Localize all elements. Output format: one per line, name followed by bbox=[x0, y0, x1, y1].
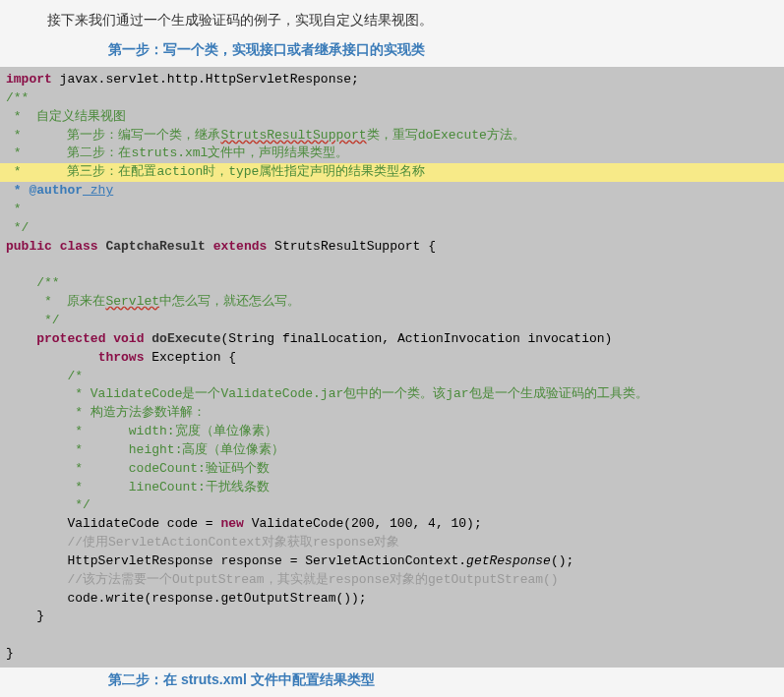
comment-line: * 原来在Servlet中怎么写，就还怎么写。 bbox=[0, 293, 784, 312]
blank-line bbox=[0, 626, 784, 645]
comment-author: * @author zhy bbox=[0, 182, 784, 201]
author-tag: * @author bbox=[6, 183, 83, 198]
comment-line: * codeCount:验证码个数 bbox=[0, 460, 784, 479]
import-package: javax.servlet.http.HttpServletResponse; bbox=[52, 72, 359, 87]
blank-line bbox=[0, 256, 784, 274]
keyword-import: import bbox=[6, 72, 52, 87]
method-declaration: protected void doExecute(String finalLoc… bbox=[0, 330, 784, 349]
write-line: code.write(response.getOutputStream()); bbox=[0, 590, 784, 609]
comment-open: /** bbox=[0, 89, 784, 108]
servlet-ref: Servlet bbox=[105, 294, 159, 309]
code-line: import javax.servlet.http.HttpServletRes… bbox=[0, 71, 784, 89]
comment-line: * 第一步：编写一个类，继承StrutsResultSupport类，重写doE… bbox=[0, 127, 784, 145]
comment-line: * 第二步：在struts.xml文件中，声明结果类型。 bbox=[0, 145, 784, 163]
comment-line: * width:宽度（单位像素） bbox=[0, 423, 784, 441]
step1-header: 第一步：写一个类，实现接口或者继承接口的实现类 bbox=[0, 37, 784, 67]
step2-header: 第二步：在 struts.xml 文件中配置结果类型 bbox=[0, 668, 784, 697]
class-close: } bbox=[0, 645, 784, 664]
comment-close: */ bbox=[0, 496, 784, 515]
comment-close: */ bbox=[0, 312, 784, 330]
comment-line: * height:高度（单位像素） bbox=[0, 441, 784, 460]
comment-line: * ValidateCode是一个ValidateCode.jar包中的一个类。… bbox=[0, 385, 784, 404]
class-ref: StrutsResultSupport bbox=[220, 128, 366, 143]
inline-comment: //使用ServletActionContext对象获取response对象 bbox=[0, 534, 784, 552]
validatecode-line: ValidateCode code = new ValidateCode(200… bbox=[0, 515, 784, 534]
author-name: zhy bbox=[83, 183, 113, 198]
class-declaration: public class CaptchaResult extends Strut… bbox=[0, 238, 784, 257]
comment-line-highlighted: * 第三步：在配置action时，type属性指定声明的结果类型名称 bbox=[0, 163, 784, 182]
inline-comment: //该方法需要一个OutputStream，其实就是response对象的get… bbox=[0, 571, 784, 590]
comment-line: * 构造方法参数详解： bbox=[0, 404, 784, 423]
comment-open: /** bbox=[0, 274, 784, 293]
comment-line: * 自定义结果视图 bbox=[0, 108, 784, 127]
method-close: } bbox=[0, 608, 784, 626]
comment-open: /* bbox=[0, 368, 784, 386]
comment-line: * lineCount:干扰线条数 bbox=[0, 479, 784, 497]
response-line: HttpServletResponse response = ServletAc… bbox=[0, 552, 784, 571]
comment-line: * bbox=[0, 201, 784, 219]
throws-clause: throws Exception { bbox=[0, 349, 784, 368]
comment-close: */ bbox=[0, 219, 784, 238]
getresponse-method: getResponse bbox=[466, 553, 551, 568]
intro-text: 接下来我们通过一个生成验证码的例子，实现自定义结果视图。 bbox=[0, 0, 784, 37]
code-block: import javax.servlet.http.HttpServletRes… bbox=[0, 67, 784, 668]
